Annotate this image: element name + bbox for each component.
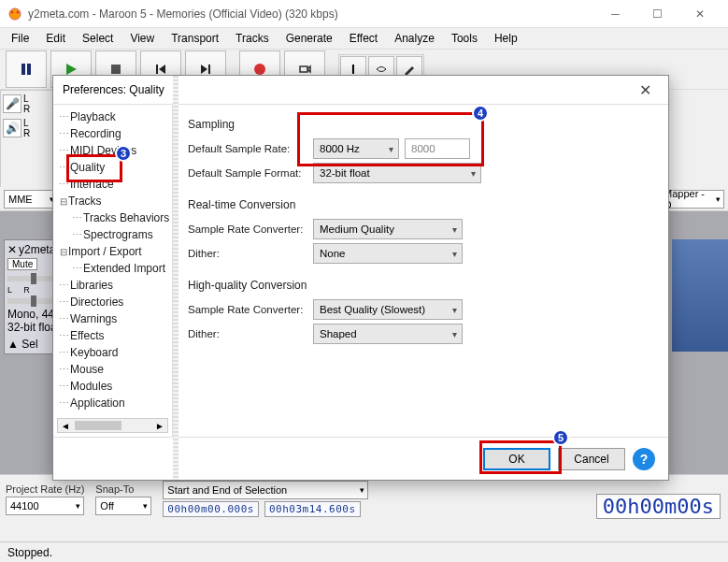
menu-file[interactable]: File: [4, 30, 36, 47]
snap-label: Snap-To: [95, 483, 151, 495]
snap-select[interactable]: Off: [95, 497, 151, 515]
svg-point-0: [9, 8, 21, 20]
annotation-badge-3: 3: [115, 145, 132, 162]
default-sample-format-label: Default Sample Format:: [188, 167, 307, 179]
window-title: y2meta.com - Maroon 5 - Memories (Offici…: [28, 7, 594, 21]
tree-extended-import[interactable]: ⋯Extended Import: [57, 260, 172, 277]
status-bar: Stopped.: [0, 541, 728, 562]
menu-view[interactable]: View: [122, 30, 162, 47]
svg-marker-5: [66, 64, 77, 75]
app-logo-icon: [7, 7, 22, 22]
annotation-box-3: [66, 154, 122, 182]
mic-icon[interactable]: 🎤: [3, 94, 21, 113]
window-titlebar: y2meta.com - Maroon 5 - Memories (Offici…: [0, 0, 728, 28]
dialog-close-button[interactable]: ✕: [631, 81, 659, 99]
svg-rect-6: [111, 65, 121, 74]
menu-tools[interactable]: Tools: [444, 30, 485, 47]
menu-tracks[interactable]: Tracks: [228, 30, 277, 47]
status-text: Stopped.: [7, 546, 52, 559]
tree-tracks[interactable]: ⊟Tracks: [57, 193, 172, 209]
rtc-converter-select[interactable]: Medium Quality: [313, 219, 463, 239]
meter-panel: 🎤LR 🔊LR: [0, 90, 56, 193]
help-button[interactable]: ?: [633, 448, 655, 470]
window-maximize-button[interactable]: ☐: [636, 1, 678, 27]
default-sample-rate-label: Default Sample Rate:: [188, 143, 307, 154]
tree-scrollbar[interactable]: ◄►: [57, 418, 168, 433]
hq-conversion-heading: High-quality Conversion: [188, 279, 653, 292]
cancel-button[interactable]: Cancel: [558, 448, 625, 470]
menu-edit[interactable]: Edit: [38, 30, 73, 47]
svg-point-1: [11, 10, 14, 13]
svg-point-11: [254, 64, 265, 75]
tree-warnings[interactable]: ⋯Warnings: [57, 310, 172, 327]
tree-tracks-behaviors[interactable]: ⋯Tracks Behaviors: [57, 209, 172, 226]
track-select-button[interactable]: Sel: [21, 338, 37, 351]
time-display: 00h00m00s: [596, 494, 721, 519]
rtc-converter-label: Sample Rate Converter:: [188, 223, 307, 235]
tree-application[interactable]: ⋯Application: [57, 395, 172, 411]
hqc-converter-select[interactable]: Best Quality (Slowest): [313, 299, 463, 320]
svg-point-2: [17, 10, 20, 13]
hqc-converter-label: Sample Rate Converter:: [188, 304, 307, 315]
menu-generate[interactable]: Generate: [278, 30, 340, 47]
tree-effects[interactable]: ⋯Effects: [57, 327, 172, 344]
track-name: y2meta: [19, 243, 55, 256]
menu-bar: File Edit Select View Transport Tracks G…: [0, 28, 728, 49]
annotation-badge-5: 5: [552, 429, 569, 446]
menu-effect[interactable]: Effect: [342, 30, 385, 47]
svg-rect-10: [208, 65, 210, 74]
rtc-dither-select[interactable]: None: [313, 243, 463, 264]
tree-mouse[interactable]: ⋯Mouse: [57, 361, 172, 378]
svg-rect-7: [156, 65, 158, 74]
menu-transport[interactable]: Transport: [164, 30, 226, 47]
rtc-dither-label: Dither:: [188, 248, 307, 259]
waveform-icon: [672, 239, 728, 352]
menu-help[interactable]: Help: [487, 30, 525, 47]
tree-import-export[interactable]: ⊟Import / Export: [57, 243, 172, 260]
realtime-conversion-heading: Real-time Conversion: [188, 198, 653, 211]
annotation-badge-4: 4: [472, 105, 489, 122]
tree-keyboard[interactable]: ⋯Keyboard: [57, 344, 172, 361]
hqc-dither-label: Dither:: [188, 328, 307, 339]
tree-libraries[interactable]: ⋯Libraries: [57, 277, 172, 294]
menu-select[interactable]: Select: [75, 30, 121, 47]
window-minimize-button[interactable]: ─: [594, 1, 636, 27]
svg-marker-9: [201, 65, 207, 74]
annotation-box-5: [479, 440, 562, 474]
selection-end-time[interactable]: 00h03m14.600s: [264, 501, 361, 517]
project-rate-select[interactable]: 44100: [6, 497, 84, 515]
selection-start-time[interactable]: 00h00m00.000s: [163, 501, 259, 517]
window-close-button[interactable]: ✕: [678, 1, 721, 27]
tree-spectrograms[interactable]: ⋯Spectrograms: [57, 226, 172, 243]
preferences-dialog: Preferences: Quality ✕ ⋯Playback ⋯Record…: [52, 75, 669, 481]
tree-recording[interactable]: ⋯Recording: [57, 125, 172, 142]
dialog-title: Preferences: Quality: [63, 83, 631, 96]
audio-host-select[interactable]: MME: [4, 190, 58, 209]
project-rate-label: Project Rate (Hz): [6, 483, 84, 495]
svg-marker-8: [159, 65, 165, 74]
mute-button[interactable]: Mute: [7, 258, 37, 270]
track-close-icon[interactable]: ✕: [7, 243, 17, 256]
tree-directories[interactable]: ⋯Directories: [57, 294, 172, 310]
hqc-dither-select[interactable]: Shaped: [313, 324, 463, 344]
speaker-icon[interactable]: 🔊: [3, 119, 21, 137]
annotation-box-4: [297, 112, 484, 166]
preferences-content: Sampling Default Sample Rate: 8000 Hz 80…: [173, 105, 668, 437]
tree-modules[interactable]: ⋯Modules: [57, 378, 172, 395]
menu-analyze[interactable]: Analyze: [387, 30, 442, 47]
svg-rect-4: [27, 64, 31, 75]
tree-playback[interactable]: ⋯Playback: [57, 108, 172, 125]
selection-mode-select[interactable]: Start and End of Selection: [163, 481, 368, 499]
pause-button[interactable]: [6, 50, 47, 88]
svg-rect-3: [21, 64, 25, 75]
